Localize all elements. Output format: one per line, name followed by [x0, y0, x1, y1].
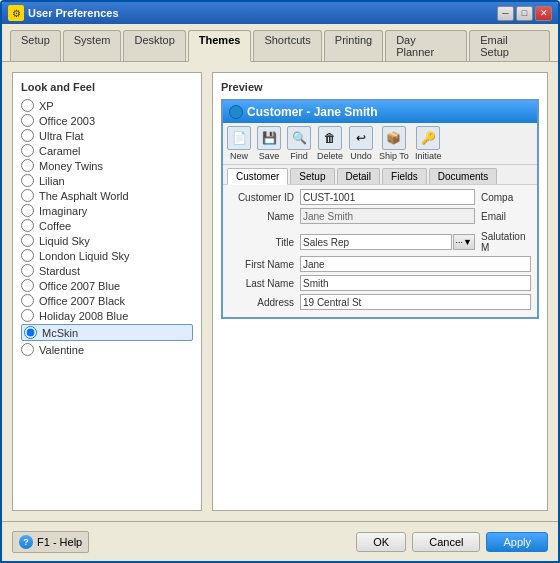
- title-input[interactable]: [300, 234, 452, 250]
- preview-window: Customer - Jane Smith 📄 New 💾 Save 🔍 Fin…: [221, 99, 539, 319]
- toolbar-find[interactable]: 🔍 Find: [287, 126, 311, 161]
- preview-form: Customer ID Compa Name Email Title: [223, 185, 537, 317]
- preview-tab-setup[interactable]: Setup: [290, 168, 334, 184]
- theme-office2007black[interactable]: Office 2007 Black: [21, 294, 193, 307]
- preview-tab-customer[interactable]: Customer: [227, 168, 288, 185]
- theme-office2003[interactable]: Office 2003: [21, 114, 193, 127]
- radio-liquidsky[interactable]: [21, 234, 34, 247]
- lastname-input[interactable]: [300, 275, 531, 291]
- minimize-button[interactable]: ─: [497, 6, 514, 21]
- theme-office2007blue-label: Office 2007 Blue: [39, 280, 120, 292]
- address-input[interactable]: [300, 294, 531, 310]
- theme-liquidsky-label: Liquid Sky: [39, 235, 90, 247]
- customerid-input[interactable]: [300, 189, 475, 205]
- tab-desktop[interactable]: Desktop: [123, 30, 185, 61]
- theme-xp[interactable]: XP: [21, 99, 193, 112]
- preview-tabs: Customer Setup Detail Fields Documents: [223, 165, 537, 185]
- theme-moneytwins[interactable]: Money Twins: [21, 159, 193, 172]
- theme-ultraflat[interactable]: Ultra Flat: [21, 129, 193, 142]
- preview-tab-fields[interactable]: Fields: [382, 168, 427, 184]
- left-panel: Look and Feel XP Office 2003 Ultra Flat …: [12, 72, 202, 511]
- theme-lilian[interactable]: Lilian: [21, 174, 193, 187]
- radio-xp[interactable]: [21, 99, 34, 112]
- theme-office2007black-label: Office 2007 Black: [39, 295, 125, 307]
- theme-xp-label: XP: [39, 100, 54, 112]
- theme-coffee[interactable]: Coffee: [21, 219, 193, 232]
- radio-asphalt[interactable]: [21, 189, 34, 202]
- help-button[interactable]: ? F1 - Help: [12, 531, 89, 553]
- find-icon: 🔍: [287, 126, 311, 150]
- help-label: F1 - Help: [37, 536, 82, 548]
- apply-button[interactable]: Apply: [486, 532, 548, 552]
- radio-holiday2008blue[interactable]: [21, 309, 34, 322]
- radio-caramel[interactable]: [21, 144, 34, 157]
- radio-moneytwins[interactable]: [21, 159, 34, 172]
- new-icon: 📄: [227, 126, 251, 150]
- main-window: ⚙ User Preferences ─ □ ✕ Setup System De…: [0, 0, 560, 563]
- radio-office2003[interactable]: [21, 114, 34, 127]
- tab-setup[interactable]: Setup: [10, 30, 61, 61]
- radio-office2007black[interactable]: [21, 294, 34, 307]
- tab-email-setup[interactable]: Email Setup: [469, 30, 550, 61]
- tab-system[interactable]: System: [63, 30, 122, 61]
- theme-office2007blue[interactable]: Office 2007 Blue: [21, 279, 193, 292]
- preview-window-icon: [229, 105, 243, 119]
- preview-tab-documents[interactable]: Documents: [429, 168, 498, 184]
- form-row-lastname: Last Name: [229, 275, 531, 291]
- toolbar-shipto[interactable]: 📦 Ship To: [379, 126, 409, 161]
- radio-ultraflat[interactable]: [21, 129, 34, 142]
- theme-londonliquidsky[interactable]: London Liquid Sky: [21, 249, 193, 262]
- toolbar-delete[interactable]: 🗑 Delete: [317, 126, 343, 161]
- radio-stardust[interactable]: [21, 264, 34, 277]
- tab-day-planner[interactable]: Day Planner: [385, 30, 467, 61]
- theme-stardust[interactable]: Stardust: [21, 264, 193, 277]
- name-label: Name: [229, 211, 294, 222]
- theme-valentine[interactable]: Valentine: [21, 343, 193, 356]
- theme-stardust-label: Stardust: [39, 265, 80, 277]
- theme-holiday2008blue[interactable]: Holiday 2008 Blue: [21, 309, 193, 322]
- radio-mcskin[interactable]: [24, 326, 37, 339]
- theme-caramel-label: Caramel: [39, 145, 81, 157]
- radio-lilian[interactable]: [21, 174, 34, 187]
- preview-tab-detail[interactable]: Detail: [337, 168, 381, 184]
- toolbar-undo[interactable]: ↩ Undo: [349, 126, 373, 161]
- toolbar-new[interactable]: 📄 New: [227, 126, 251, 161]
- radio-coffee[interactable]: [21, 219, 34, 232]
- title-dropdown-button[interactable]: ···▼: [453, 234, 475, 250]
- preview-toolbar: 📄 New 💾 Save 🔍 Find 🗑 Delete: [223, 123, 537, 165]
- theme-mcskin[interactable]: McSkin: [21, 324, 193, 341]
- toolbar-save[interactable]: 💾 Save: [257, 126, 281, 161]
- address-label: Address: [229, 297, 294, 308]
- toolbar-delete-label: Delete: [317, 151, 343, 161]
- right-panel: Preview Customer - Jane Smith 📄 New 💾: [212, 72, 548, 511]
- restore-button[interactable]: □: [516, 6, 533, 21]
- toolbar-save-label: Save: [259, 151, 280, 161]
- tab-printing[interactable]: Printing: [324, 30, 383, 61]
- close-button[interactable]: ✕: [535, 6, 552, 21]
- cancel-button[interactable]: Cancel: [412, 532, 480, 552]
- toolbar-initiate-label: Initiate: [415, 151, 442, 161]
- theme-imaginary[interactable]: Imaginary: [21, 204, 193, 217]
- toolbar-shipto-label: Ship To: [379, 151, 409, 161]
- tab-themes[interactable]: Themes: [188, 30, 252, 62]
- window-icon: ⚙: [8, 5, 24, 21]
- tab-bar: Setup System Desktop Themes Shortcuts Pr…: [2, 24, 558, 62]
- name-extra-label: Email: [481, 211, 531, 222]
- radio-imaginary[interactable]: [21, 204, 34, 217]
- bottom-bar: ? F1 - Help OK Cancel Apply: [2, 521, 558, 561]
- theme-caramel[interactable]: Caramel: [21, 144, 193, 157]
- radio-office2007blue[interactable]: [21, 279, 34, 292]
- theme-liquidsky[interactable]: Liquid Sky: [21, 234, 193, 247]
- ok-button[interactable]: OK: [356, 532, 406, 552]
- toolbar-initiate[interactable]: 🔑 Initiate: [415, 126, 442, 161]
- form-row-title: Title ···▼ Salutation M: [229, 231, 531, 253]
- radio-valentine[interactable]: [21, 343, 34, 356]
- theme-asphalt[interactable]: The Asphalt World: [21, 189, 193, 202]
- radio-londonliquidsky[interactable]: [21, 249, 34, 262]
- preview-window-title: Customer - Jane Smith: [247, 105, 378, 119]
- theme-coffee-label: Coffee: [39, 220, 71, 232]
- theme-lilian-label: Lilian: [39, 175, 65, 187]
- tab-shortcuts[interactable]: Shortcuts: [253, 30, 321, 61]
- firstname-input[interactable]: [300, 256, 531, 272]
- firstname-label: First Name: [229, 259, 294, 270]
